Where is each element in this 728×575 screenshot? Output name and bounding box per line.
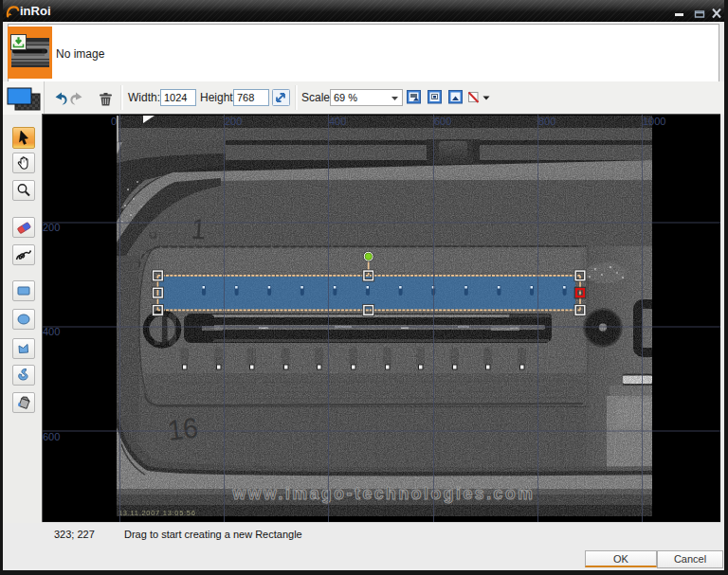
svg-text:800: 800 bbox=[538, 116, 555, 127]
svg-text:1: 1 bbox=[191, 212, 207, 245]
svg-text:13.11.2007 13:05:56: 13.11.2007 13:05:56 bbox=[118, 509, 196, 517]
svg-text:16: 16 bbox=[166, 412, 199, 446]
svg-text:400: 400 bbox=[329, 116, 346, 127]
svg-text:www.imago-technologies.com: www.imago-technologies.com bbox=[232, 484, 536, 503]
svg-text:600: 600 bbox=[43, 431, 60, 442]
svg-text:1000: 1000 bbox=[643, 116, 665, 127]
svg-text:600: 600 bbox=[434, 116, 451, 127]
svg-text:400: 400 bbox=[43, 326, 60, 337]
svg-text:0: 0 bbox=[111, 116, 117, 127]
svg-text:200: 200 bbox=[43, 222, 60, 233]
svg-text:200: 200 bbox=[225, 116, 242, 127]
